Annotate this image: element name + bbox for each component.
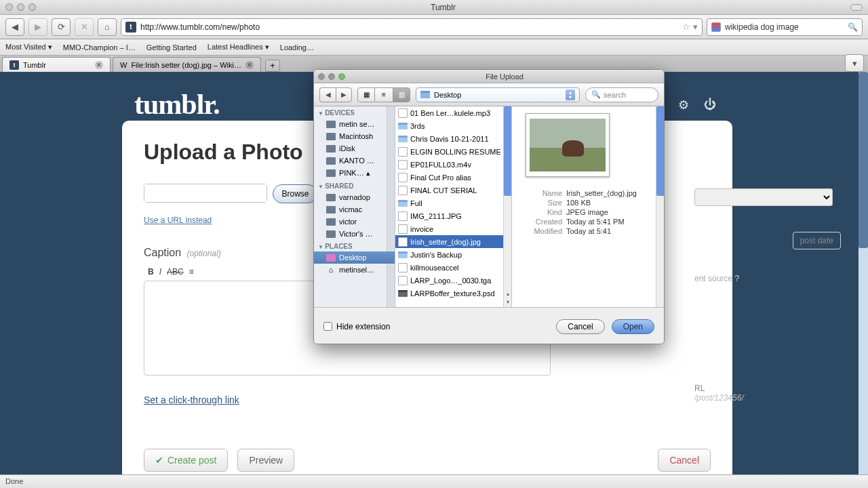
bookmark-item[interactable]: MMO-Champion – I…	[63, 43, 136, 52]
file-item[interactable]: Final Cut Pro alias	[395, 171, 511, 184]
list-view-button[interactable]: ≡	[375, 87, 393, 102]
sidebar-item[interactable]: metin se…	[314, 118, 395, 130]
help-icon[interactable]: ?	[734, 274, 739, 283]
dialog-zoom-icon[interactable]	[338, 73, 345, 80]
search-placeholder: search	[604, 91, 626, 99]
sidebar-item[interactable]: vicmac	[314, 203, 395, 216]
sidebar-item[interactable]: victor	[314, 216, 395, 228]
bookmark-item[interactable]: Latest Headlines ▾	[208, 43, 269, 52]
bookmark-item[interactable]: Loading…	[280, 43, 314, 52]
tab-tumblr[interactable]: t Tumblr ✕	[2, 57, 111, 72]
dropdown-icon: ▴▾	[566, 89, 575, 100]
meta-size-label: Size	[526, 199, 562, 207]
italic-icon[interactable]: I	[159, 267, 161, 277]
dialog-forward-button[interactable]: ▶	[336, 87, 352, 102]
tab-wikipedia[interactable]: W File:Irish setter (dog).jpg – Wiki… ✕	[113, 57, 261, 72]
file-name: 01 Ben Ler…kulele.mp3	[410, 109, 509, 117]
file-item[interactable]: Irish_setter_(dog).jpg	[395, 235, 511, 248]
sidebar-section-devices[interactable]: DEVICES	[314, 106, 395, 118]
dialog-open-button[interactable]: Open	[612, 319, 654, 334]
hide-extension-checkbox[interactable]	[323, 322, 332, 331]
bookmark-item[interactable]: Getting Started	[146, 43, 197, 52]
reload-button[interactable]: ⟳	[52, 18, 71, 36]
url-bar[interactable]: t http://www.tumblr.com/new/photo ☆ ▾	[121, 18, 703, 36]
file-item[interactable]: Justin's Backup▶	[395, 248, 511, 261]
preview-scrollbar[interactable]	[656, 106, 664, 307]
sidebar-item[interactable]: ⌂metinsel…	[314, 264, 395, 276]
sidebar-item[interactable]: varnadop	[314, 191, 395, 203]
browser-search[interactable]: wikipedia dog image 🔍	[707, 18, 863, 36]
close-icon[interactable]	[5, 3, 13, 11]
sidebar-item[interactable]: iDisk	[314, 142, 395, 155]
file-path-field[interactable]	[144, 184, 267, 203]
preview-button[interactable]: Preview	[237, 449, 294, 472]
strike-icon[interactable]: ABC	[167, 267, 184, 277]
file-name: FINAL CUT SERIAL	[410, 186, 509, 195]
file-item[interactable]: 01 Ben Ler…kulele.mp3	[395, 106, 511, 119]
file-item[interactable]: Chris Davis 10-21-2011	[395, 132, 511, 145]
bookmark-item[interactable]: Most Visited ▾	[5, 43, 52, 52]
meta-kind-value: JPEG image	[566, 208, 658, 216]
file-input[interactable]	[144, 184, 267, 202]
click-through-link[interactable]: Set a click-through link	[144, 394, 711, 405]
file-item[interactable]: IMG_2111.JPG	[395, 209, 511, 222]
folder-icon	[398, 251, 408, 258]
page-scrollbar[interactable]	[859, 72, 868, 474]
tab-close-icon[interactable]: ✕	[245, 61, 254, 69]
file-item[interactable]: LARP_Logo…_0030.tga	[395, 274, 511, 287]
location-popup[interactable]: Desktop ▴▾	[416, 87, 580, 102]
file-scrollbar[interactable]: ▴▾	[503, 106, 511, 307]
icon-view-button[interactable]: ▦	[357, 87, 375, 102]
header-icons: ⚙ ⏻	[678, 98, 716, 113]
browse-button[interactable]: Browse	[273, 184, 317, 203]
settings-gear-icon[interactable]: ⚙	[678, 98, 689, 113]
dialog-title: File Upload	[345, 73, 664, 81]
bookmark-star-icon[interactable]: ☆ ▾	[682, 22, 698, 32]
file-item[interactable]: ELGIN BOLLING RESUME	[395, 145, 511, 158]
tab-close-icon[interactable]: ✕	[95, 61, 103, 69]
publish-select[interactable]	[694, 188, 833, 206]
home-button[interactable]: ⌂	[98, 18, 117, 36]
minimize-icon[interactable]	[17, 3, 24, 11]
meta-modified-value: Today at 5:41	[566, 227, 658, 235]
back-button[interactable]: ◀	[5, 18, 24, 36]
file-item[interactable]: LARPBoffer_texture3.psd	[395, 287, 511, 300]
check-icon: ✔	[155, 455, 163, 466]
meta-modified-label: Modified	[526, 227, 562, 235]
caption-label-text: Caption	[144, 247, 181, 258]
sidebar-item-desktop[interactable]: Desktop	[314, 251, 395, 264]
power-icon[interactable]: ⏻	[704, 98, 716, 113]
sidebar-item[interactable]: Macintosh	[314, 130, 395, 142]
tabs-overflow-icon[interactable]: ▾	[845, 54, 864, 72]
search-icon[interactable]: 🔍	[848, 22, 858, 32]
dialog-cancel-button[interactable]: Cancel	[556, 319, 604, 334]
dialog-close-icon[interactable]	[318, 73, 325, 80]
file-item[interactable]: invoice	[395, 222, 511, 235]
file-icon	[398, 263, 408, 272]
stop-button[interactable]: ✕	[75, 18, 94, 36]
create-post-button[interactable]: ✔Create post	[144, 449, 228, 472]
sidebar-item[interactable]: Victor's …	[314, 228, 395, 240]
bold-icon[interactable]: B	[148, 267, 154, 277]
tumblr-logo[interactable]: tumblr.	[134, 88, 220, 121]
sidebar-section-shared[interactable]: SHARED	[314, 180, 395, 191]
sidebar-section-places[interactable]: PLACES	[314, 240, 395, 251]
forward-button[interactable]: ▶	[28, 18, 47, 36]
hide-extension-option[interactable]: Hide extension	[323, 322, 390, 331]
file-item[interactable]: killmouseaccel	[395, 261, 511, 274]
column-view-button[interactable]: ▥	[393, 87, 410, 102]
new-tab-button[interactable]: +	[265, 60, 280, 72]
zoom-icon[interactable]	[28, 3, 36, 11]
file-icon	[398, 173, 408, 182]
list-icon[interactable]: ≡	[189, 267, 194, 277]
file-item[interactable]: EP01FULL03.m4v	[395, 158, 511, 171]
post-date-button[interactable]: post date	[793, 232, 841, 249]
file-item[interactable]: FINAL CUT SERIAL	[395, 184, 511, 197]
file-item[interactable]: 3rds▶	[395, 119, 511, 132]
file-item[interactable]: Full▶	[395, 197, 511, 209]
dialog-search[interactable]: 🔍 search	[585, 87, 658, 102]
sidebar-item[interactable]: PINK… ▴	[314, 167, 395, 180]
dialog-back-button[interactable]: ◀	[319, 87, 336, 102]
window-titlebar: Tumblr	[0, 0, 868, 15]
sidebar-item[interactable]: KANTO …	[314, 155, 395, 167]
